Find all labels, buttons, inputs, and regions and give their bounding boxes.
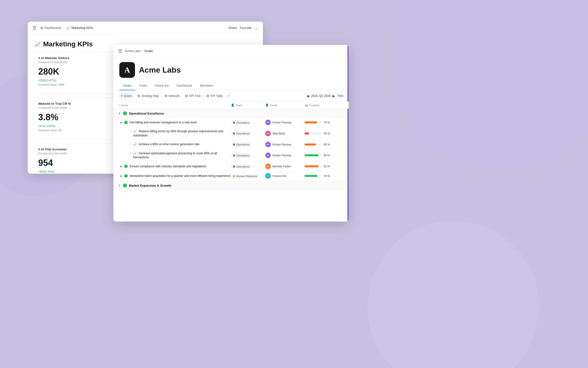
owner-col-icon: 👤 [265,104,269,107]
section-header-market: ▼ Market Expansion & Growth [113,181,349,190]
section-header-opex: ▼ Operational Excellence [113,109,349,118]
talent-icon [124,174,128,178]
tab-goals[interactable]: Goals [119,81,135,90]
invoice-progress-fill [305,144,316,145]
tab-members[interactable]: Members [196,81,217,90]
invoice-progress-pct: 65 % [324,143,330,146]
subtab-goals-label: Goals [124,94,132,98]
payment-name-inner: 📈 Increase automated payment processing … [133,151,231,160]
compliance-team-badge[interactable]: Operations [231,164,251,169]
invoice-bullet: • [130,143,131,146]
invoice-avatar: KF [265,142,271,147]
subtab-network[interactable]: ⊞ Network [162,93,182,99]
goal-row-invoice: • 📈 Achieve a 95% on-time invoice genera… [113,140,349,149]
subtab-kpi-table[interactable]: ⊞ KPI Table [204,93,225,99]
invoice-owner: KF Kristen Fleming [265,142,305,147]
right-accent-bar [347,45,349,222]
reduce-billing-avatar: AB [265,131,271,136]
chart-icon: 📈 [66,26,70,30]
reduce-billing-bullet: • [130,130,131,133]
invoice-team-badge[interactable]: Operations [231,142,251,147]
section-chevron-opex[interactable]: ▼ [118,112,121,115]
compliance-progress: 81 % [305,165,336,168]
billing-goal-icon [124,121,128,124]
subbar-right-controls: ◀ 2024, Q2 2024 ▶ Filter [306,94,344,98]
breadcrumb-marketing-kpis[interactable]: 📈 Marketing KPIs [66,26,93,30]
billing-progress-fill [305,121,317,123]
goals-company-header: A Acme Labs [113,57,349,81]
billing-progress-pct: 73 % [324,121,330,124]
strategy-tab-icon: ⊞ [137,94,140,98]
filter-btn[interactable]: Filter [337,94,344,98]
payment-team-badge[interactable]: Operations [231,153,251,158]
reduce-billing-progress-bar [305,132,322,134]
reduce-billing-progress: 25 % [305,132,336,135]
payment-owner-name: Kristen Fleming [272,154,291,157]
breadcrumb-dashboards[interactable]: ⊞ Dashboards [40,26,61,30]
talent-chevron[interactable]: ▶ [120,174,122,178]
payment-team: Operations [231,153,265,158]
billing-team-badge[interactable]: Operations [231,120,251,125]
subtab-kpi-tree[interactable]: ⊞ KPI Tree [183,93,203,99]
title-chart-icon: 📈 [35,41,41,47]
billing-progress-bar [305,121,322,123]
next-period-btn[interactable]: ▶ [332,94,335,98]
reduce-billing-owner-name: Alisa Back [272,132,285,135]
payment-icon: 📈 [133,152,137,155]
subtab-goals[interactable]: ≡ Goals [118,93,134,99]
marketing-page-title: Marketing KPIs [43,40,93,48]
compliance-progress-pct: 81 % [324,165,330,168]
billing-chevron[interactable]: ▶ [120,121,122,124]
th-owner: 👤 Owner [265,104,305,107]
period-label: 2024, Q2 2024 [311,94,331,98]
favorite-btn[interactable]: Favorite [240,26,251,30]
compliance-name: ▶ Ensure compliance with industry standa… [118,165,231,168]
talent-owner-name: Francis Kim [272,174,287,177]
talent-progress: 74 % [305,174,336,177]
compliance-icon [124,165,128,168]
payment-progress-pct: 82 % [324,154,330,157]
talent-progress-bar [305,175,322,177]
menu-icon[interactable]: ☰ [33,25,37,31]
goals-subtabs-bar: ≡ Goals ⊞ Strategy Map ⊞ Network ⊞ KPI T… [113,90,349,102]
more-options-btn[interactable]: ... [254,25,258,30]
compliance-chevron[interactable]: ▶ [120,165,122,168]
invoice-icon: 📈 [133,143,137,146]
tab-dashboard[interactable]: Dashboard [172,81,196,90]
billing-owner-avatar: KF [265,120,271,125]
payment-progress: 82 % [305,154,336,157]
th-team: 👤 Team [231,104,265,107]
th-extra [336,104,344,107]
dashboard-icon: ⊞ [40,26,43,30]
subtab-strategy-map[interactable]: ⊞ Strategy Map [135,93,161,99]
reduce-billing-progress-pct: 25 % [324,132,330,135]
breadcrumb-goals: Goals [145,49,153,53]
bg-decoration-2 [368,221,539,368]
subtab-network-label: Network [169,94,179,98]
billing-team-dot [233,122,235,124]
payment-owner: KF Kristen Fleming [265,153,305,158]
talent-progress-pct: 74 % [324,174,330,177]
add-view-btn[interactable]: + [227,94,230,98]
section-chevron-market[interactable]: ▼ [118,184,121,187]
section-name-market: ▼ Market Expansion & Growth [118,184,231,187]
breadcrumb-acme-labs[interactable]: Acme Labs [125,49,141,53]
goals-menu-icon[interactable]: ☰ [118,48,122,54]
goals-table-body: ▼ Operational Excellence ▶ Get billing a… [113,109,349,222]
tab-checkins[interactable]: Check-ins [151,81,173,90]
compliance-owner: MP Michelle Parker [265,164,305,169]
th-progress: 📊 Progress [305,104,336,107]
invoice-text: Achieve a 95% on-time invoice generation… [139,143,199,146]
prev-period-btn[interactable]: ◀ [306,94,309,98]
talent-team-badge[interactable]: Human Resource [231,174,259,178]
company-name: Acme Labs [139,66,181,75]
payment-name-cell: • 📈 Increase automated payment processin… [118,151,231,160]
tab-feed[interactable]: Feed [135,81,151,90]
topbar-actions: Share Favorite ... [228,25,258,30]
payment-avatar: KF [265,153,271,158]
goal-row-billing-parent: ▶ Get billing and revenue management to … [113,118,349,127]
reduce-billing-owner: AB Alisa Back [265,131,305,136]
goals-window: ☰ Acme Labs / Goals A Acme Labs Goals Fe… [113,45,349,222]
share-btn[interactable]: Share [228,26,237,30]
reduce-billing-team-badge[interactable]: Operations [231,131,251,136]
